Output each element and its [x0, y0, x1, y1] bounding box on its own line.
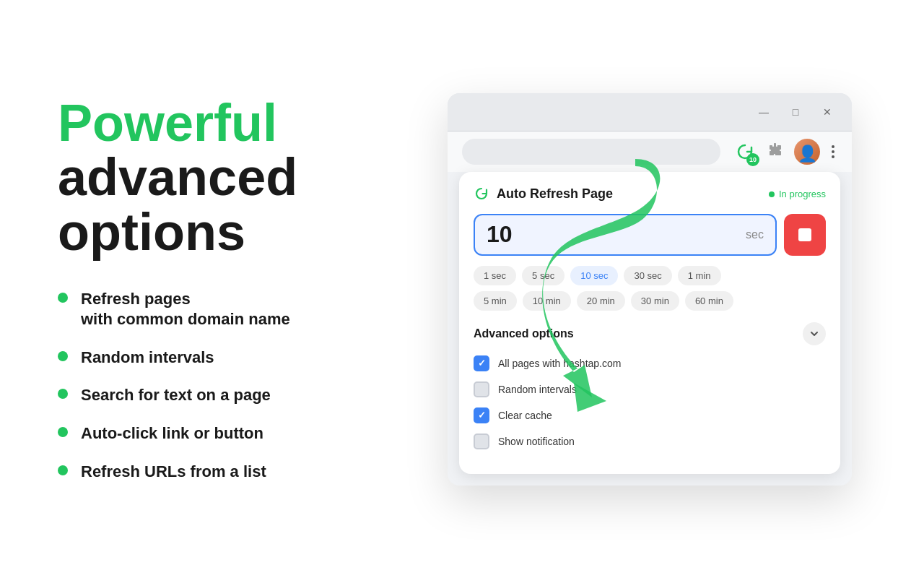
popup-title-area: Auto Refresh Page: [474, 186, 613, 202]
maximize-button[interactable]: □: [785, 102, 806, 122]
time-chip[interactable]: 5 sec: [522, 266, 565, 285]
menu-dot: [832, 150, 834, 153]
option-label-clear-cache: Clear cache: [498, 410, 552, 421]
checkbox-random-intervals[interactable]: [474, 381, 489, 397]
browser-window: — □ ✕ 10: [448, 93, 852, 486]
browser-toolbar: 10: [448, 131, 852, 172]
bullet-icon: [58, 465, 68, 475]
refresh-extension-button[interactable]: 10: [732, 139, 758, 165]
option-label-show-notification: Show notification: [498, 436, 575, 447]
feature-item: Random intervals: [58, 348, 332, 368]
checkmark-icon: ✓: [478, 358, 486, 368]
stop-button[interactable]: [784, 214, 826, 256]
option-row-all-pages: ✓All pages with hashtap.com: [474, 355, 826, 371]
auto-refresh-icon: [474, 186, 489, 202]
minimize-button[interactable]: —: [754, 102, 774, 122]
toolbar-icons: 10: [732, 139, 837, 165]
right-panel: — □ ✕ 10: [375, 79, 924, 500]
checkbox-show-notification[interactable]: [474, 434, 489, 449]
bullet-icon: [58, 427, 68, 437]
menu-dot: [832, 145, 834, 148]
menu-dot: [832, 155, 834, 158]
stop-icon: [798, 228, 811, 241]
status-area: In progress: [769, 189, 826, 199]
time-chips-row-2: 5 min10 min20 min30 min60 min: [474, 291, 826, 311]
options-list: ✓All pages with hashtap.comRandom interv…: [474, 355, 826, 449]
popup-panel: Auto Refresh Page In progress 10 sec 1 s…: [459, 172, 840, 474]
bullet-icon: [58, 389, 68, 399]
popup-title: Auto Refresh Page: [497, 186, 613, 202]
status-text: In progress: [779, 189, 826, 199]
advanced-title: Advanced options: [474, 327, 574, 340]
feature-item: Refresh URLs from a list: [58, 462, 332, 483]
extensions-button[interactable]: [767, 141, 785, 163]
puzzle-icon: [767, 141, 785, 160]
option-label-random-intervals: Random intervals: [498, 384, 577, 395]
time-chip[interactable]: 1 sec: [474, 266, 516, 285]
feature-text: Random intervals: [81, 348, 214, 368]
browser-titlebar: — □ ✕: [448, 93, 852, 131]
advanced-options-header: Advanced options: [474, 322, 826, 345]
option-row-show-notification: Show notification: [474, 434, 826, 449]
chevron-down-icon: [808, 328, 820, 340]
timer-row: 10 sec: [474, 214, 826, 256]
feature-list: Refresh pageswith common domain name Ran…: [58, 289, 332, 483]
time-chip[interactable]: 5 min: [474, 291, 517, 311]
option-row-clear-cache: ✓Clear cache: [474, 407, 826, 423]
headline-green: Powerful: [58, 94, 277, 152]
left-panel: Powerful advancedoptions Refresh pageswi…: [0, 53, 375, 525]
feature-text: Search for text on a page: [81, 385, 271, 406]
time-chip[interactable]: 20 min: [577, 291, 625, 311]
time-chip[interactable]: 10 sec: [570, 266, 618, 285]
advanced-toggle-button[interactable]: [803, 322, 826, 345]
checkbox-clear-cache[interactable]: ✓: [474, 407, 489, 423]
refresh-badge: 10: [746, 153, 759, 166]
feature-item: Refresh pageswith common domain name: [58, 289, 332, 330]
time-chips-row-1: 1 sec5 sec10 sec30 sec1 min: [474, 266, 826, 285]
feature-item: Search for text on a page: [58, 385, 332, 406]
user-avatar[interactable]: [794, 139, 820, 165]
more-menu-button[interactable]: [829, 142, 837, 161]
timer-unit: sec: [746, 228, 764, 241]
time-chip[interactable]: 60 min: [685, 291, 733, 311]
time-chip[interactable]: 30 min: [631, 291, 679, 311]
bullet-icon: [58, 351, 68, 361]
headline: Powerful advancedoptions: [58, 96, 332, 260]
checkbox-all-pages[interactable]: ✓: [474, 355, 489, 371]
feature-text: Auto-click link or button: [81, 423, 263, 444]
feature-text: Refresh URLs from a list: [81, 462, 266, 483]
time-chip[interactable]: 10 min: [523, 291, 571, 311]
popup-header: Auto Refresh Page In progress: [474, 186, 826, 202]
checkmark-icon: ✓: [478, 410, 486, 420]
feature-item: Auto-click link or button: [58, 423, 332, 444]
address-bar[interactable]: [462, 139, 720, 165]
option-label-all-pages: All pages with hashtap.com: [498, 358, 621, 369]
status-indicator: [769, 191, 775, 197]
timer-input-wrap[interactable]: 10 sec: [474, 214, 777, 256]
timer-value: 10: [487, 221, 746, 248]
option-row-random-intervals: Random intervals: [474, 381, 826, 397]
feature-text: Refresh pageswith common domain name: [81, 289, 290, 330]
time-chip[interactable]: 1 min: [678, 266, 721, 285]
headline-dark: advancedoptions: [58, 148, 297, 261]
bullet-icon: [58, 293, 68, 303]
close-button[interactable]: ✕: [817, 102, 837, 122]
time-chip[interactable]: 30 sec: [624, 266, 671, 285]
